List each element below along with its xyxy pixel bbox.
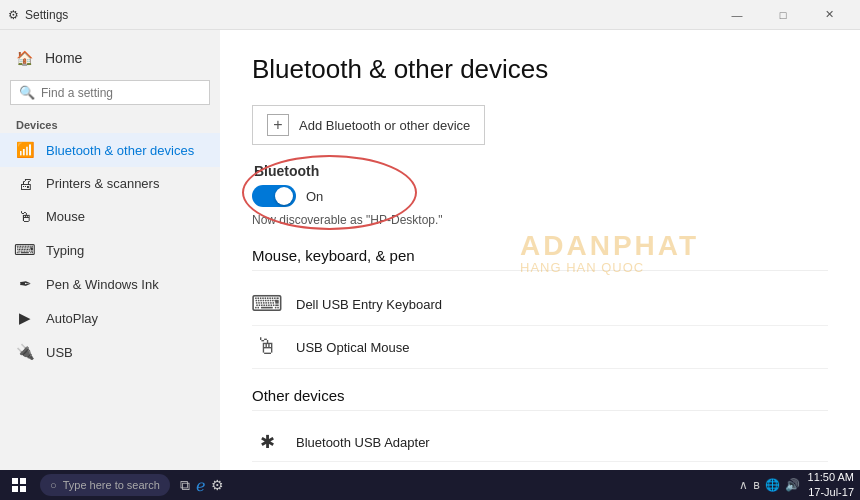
search-icon: 🔍 [19, 85, 35, 100]
sidebar-label-typing: Typing [46, 243, 84, 258]
discoverable-text: Now discoverable as "HP-Desktop." [252, 213, 828, 227]
main-content: Bluetooth & other devices + Add Bluetoot… [220, 30, 860, 470]
sidebar-item-usb[interactable]: 🔌 USB [0, 335, 220, 369]
mouse-device-name: USB Optical Mouse [296, 340, 409, 355]
bluetooth-adapter-name: Bluetooth USB Adapter [296, 435, 430, 450]
system-tray-icons: ∧ ʙ 🌐 🔊 [739, 478, 800, 492]
sidebar-item-home[interactable]: 🏠 Home [0, 40, 220, 80]
other-devices-section-title: Other devices [252, 387, 828, 411]
sidebar-label-mouse: Mouse [46, 209, 85, 224]
sidebar-label-usb: USB [46, 345, 73, 360]
add-device-button[interactable]: + Add Bluetooth or other device [252, 105, 485, 145]
sidebar-item-printers[interactable]: 🖨 Printers & scanners [0, 167, 220, 200]
titlebar-controls: — □ ✕ [714, 0, 852, 30]
add-device-label: Add Bluetooth or other device [299, 118, 470, 133]
close-button[interactable]: ✕ [806, 0, 852, 30]
minimize-button[interactable]: — [714, 0, 760, 30]
taskbar-search-icon: ○ [50, 479, 57, 491]
bluetooth-section: Bluetooth On Now discoverable as "HP-Des… [252, 163, 828, 227]
bluetooth-toggle-row: On [252, 185, 828, 207]
edge-icon[interactable]: ℯ [196, 476, 205, 495]
app-title: Settings [25, 8, 68, 22]
taskbar-date-text: 17-Jul-17 [808, 485, 854, 500]
network-icon[interactable]: 🌐 [765, 478, 780, 492]
titlebar-left: ⚙ Settings [8, 8, 68, 22]
chevron-icon[interactable]: ∧ [739, 478, 748, 492]
home-label: Home [45, 50, 82, 66]
mouse-icon: 🖱 [16, 208, 34, 225]
keyboard-device-name: Dell USB Entry Keyboard [296, 297, 442, 312]
taskbar-search-text: Type here to search [63, 479, 160, 491]
bluetooth-adapter-icon: ✱ [252, 431, 282, 453]
sidebar-item-bluetooth[interactable]: 📶 Bluetooth & other devices [0, 133, 220, 167]
taskbar-icons: ⧉ ℯ ⚙ [180, 476, 224, 495]
home-icon: 🏠 [16, 50, 33, 66]
start-button[interactable] [4, 470, 34, 500]
sidebar-search-box[interactable]: 🔍 [10, 80, 210, 105]
page-title: Bluetooth & other devices [252, 54, 828, 85]
maximize-button[interactable]: □ [760, 0, 806, 30]
task-view-icon[interactable]: ⧉ [180, 477, 190, 494]
toggle-state-label: On [306, 189, 323, 204]
titlebar: ⚙ Settings — □ ✕ [0, 0, 860, 30]
settings-taskbar-icon[interactable]: ⚙ [211, 477, 224, 493]
taskbar: ○ Type here to search ⧉ ℯ ⚙ ∧ ʙ 🌐 🔊 11:5… [0, 470, 860, 500]
volume-icon[interactable]: 🔊 [785, 478, 800, 492]
plus-icon: + [267, 114, 289, 136]
sidebar-item-pen[interactable]: ✒ Pen & Windows Ink [0, 267, 220, 301]
pen-icon: ✒ [16, 275, 34, 293]
taskbar-datetime: 11:50 AM 17-Jul-17 [808, 470, 854, 500]
sidebar-label-autoplay: AutoPlay [46, 311, 98, 326]
keyboard-icon: ⌨ [16, 241, 34, 259]
settings-icon: ⚙ [8, 8, 19, 22]
mouse-device-icon: 🖱 [252, 334, 282, 360]
search-input[interactable] [41, 86, 201, 100]
taskbar-search-box[interactable]: ○ Type here to search [40, 474, 170, 496]
sidebar-item-autoplay[interactable]: ▶ AutoPlay [0, 301, 220, 335]
sidebar-label-printers: Printers & scanners [46, 176, 159, 191]
taskbar-time-text: 11:50 AM [808, 470, 854, 485]
sidebar-item-mouse[interactable]: 🖱 Mouse [0, 200, 220, 233]
bluetooth-toggle[interactable] [252, 185, 296, 207]
bluetooth-tray-icon[interactable]: ʙ [753, 478, 760, 492]
taskbar-right: ∧ ʙ 🌐 🔊 11:50 AM 17-Jul-17 [739, 470, 854, 500]
toggle-knob [275, 187, 293, 205]
app-body: 🏠 Home 🔍 Devices 📶 Bluetooth & other dev… [0, 30, 860, 470]
mouse-device-item: 🖱 USB Optical Mouse [252, 326, 828, 369]
sidebar: 🏠 Home 🔍 Devices 📶 Bluetooth & other dev… [0, 30, 220, 470]
autoplay-icon: ▶ [16, 309, 34, 327]
windows-icon [12, 478, 26, 492]
keyboard-device-icon: ⌨ [252, 291, 282, 317]
keyboard-device-item: ⌨ Dell USB Entry Keyboard [252, 283, 828, 326]
bluetooth-section-title: Bluetooth [252, 163, 828, 179]
printer-icon: 🖨 [16, 175, 34, 192]
sidebar-label-pen: Pen & Windows Ink [46, 277, 159, 292]
devices-section-label: Devices [0, 115, 220, 133]
sidebar-label-bluetooth: Bluetooth & other devices [46, 143, 194, 158]
bluetooth-adapter-item: ✱ Bluetooth USB Adapter [252, 423, 828, 462]
mouse-keyboard-section-title: Mouse, keyboard, & pen [252, 247, 828, 271]
usb-icon: 🔌 [16, 343, 34, 361]
sidebar-item-typing[interactable]: ⌨ Typing [0, 233, 220, 267]
bluetooth-icon: 📶 [16, 141, 34, 159]
